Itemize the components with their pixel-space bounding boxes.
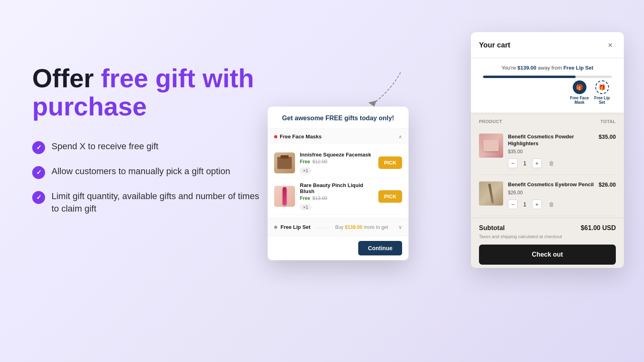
- feature-item-1: Spend X to receive free gift: [32, 140, 266, 154]
- milestone-lip-set: 🎁 Free Lip Set: [592, 80, 612, 105]
- cart-item-1-qty: 1: [521, 160, 529, 167]
- gift-orig-price-1: $12.00: [312, 159, 327, 165]
- gift-section-header[interactable]: Free Face Masks ∧: [268, 129, 409, 144]
- cart-item-1: Benefit Cosmetics Powder Highlighters $3…: [479, 127, 616, 175]
- feature-list: Spend X to receive free gift Allow custo…: [32, 140, 266, 215]
- gift-qty-badge-1: ×1: [300, 167, 312, 174]
- chevron-up-icon: ∧: [398, 134, 402, 140]
- cart-column-headers: PRODUCT TOTAL: [471, 116, 624, 127]
- milestone-face-mask: 🎁 Free Face Mask: [567, 80, 592, 105]
- gift-popup: Get awesome FREE gifts today only! Free …: [268, 107, 409, 260]
- cart-close-button[interactable]: ×: [605, 39, 616, 51]
- progress-text: You're $139.00 away from Free Lip Set: [479, 65, 616, 71]
- cart-item-2-details: Benefit Cosmetics Eyebrow Pencil $26.00 …: [508, 181, 594, 209]
- continue-button[interactable]: Continue: [358, 241, 402, 255]
- free-lip-more-text: Buy $139.00 more to get: [335, 224, 388, 230]
- progress-gift-name: Free Lip Set: [564, 65, 593, 71]
- gift-item-blush-price: Free $13.00: [300, 195, 374, 201]
- cart-item-2-controls: − 1 + 🗑: [508, 200, 594, 209]
- pick-button-blush[interactable]: PICK: [378, 190, 402, 203]
- gift-popup-footer: Continue: [268, 236, 409, 260]
- column-product: PRODUCT: [479, 119, 502, 124]
- gift-free-label-2: Free: [300, 195, 310, 201]
- cart-item-1-image: [479, 134, 503, 158]
- cart-item-1-decrement[interactable]: −: [508, 158, 518, 168]
- cart-item-2: Benefit Cosmetics Eyebrow Pencil $26.00 …: [479, 175, 616, 216]
- cart-items-list: Benefit Cosmetics Powder Highlighters $3…: [471, 127, 624, 216]
- gift-items-list: Innisfree Squeeze Facemask Free $12.00 ×…: [268, 144, 409, 218]
- cart-item-2-decrement[interactable]: −: [508, 200, 518, 209]
- cart-item-1-details: Benefit Cosmetics Powder Highlighters $3…: [508, 134, 594, 168]
- free-lip-set-section: Free Lip Set - - - - - - Buy $139.00 mor…: [268, 218, 409, 236]
- gift-item-blush-image: [274, 186, 295, 207]
- progress-milestones: 🎁 Free Face Mask 🎁 Free Lip Set: [483, 80, 612, 105]
- check-icon-2: [32, 166, 45, 179]
- check-icon-3: [32, 191, 45, 204]
- gift-section-title: Free Face Masks: [274, 134, 322, 140]
- taxes-note: Taxes and shipping calculated at checkou…: [479, 234, 616, 239]
- gift-orig-price-2: $13.00: [312, 195, 327, 201]
- milestone-face-mask-label: Free Face Mask: [567, 96, 592, 105]
- cart-item-2-name: Benefit Cosmetics Eyebrow Pencil: [508, 181, 594, 188]
- active-dot-icon: [274, 135, 277, 138]
- feature-text-1: Spend X to receive free gift: [52, 140, 158, 153]
- gift-item-blush-info: Rare Beauty Pinch Liquid Blush Free $13.…: [300, 182, 374, 210]
- checkout-button[interactable]: Check out: [479, 245, 616, 265]
- gift-section-label: Free Face Masks: [280, 134, 322, 140]
- column-total: TOTAL: [601, 119, 616, 124]
- milestone-lip-set-icon: 🎁: [595, 80, 609, 94]
- cart-item-2-image: [479, 181, 503, 206]
- cart-item-1-controls: − 1 + 🗑: [508, 158, 594, 168]
- headline: Offer free gift with purchase: [32, 64, 266, 121]
- headline-part1: Offer: [32, 64, 101, 93]
- cart-item-1-name: Benefit Cosmetics Powder Highlighters: [508, 134, 594, 147]
- subtotal-value: $61.00 USD: [581, 224, 616, 232]
- subtotal-row: Subtotal $61.00 USD: [479, 224, 616, 232]
- locked-dot-icon: [274, 226, 277, 229]
- gift-item-facemask-image: [274, 152, 295, 173]
- cart-item-1-delete[interactable]: 🗑: [547, 158, 556, 168]
- gift-item-facemask: Innisfree Squeeze Facemask Free $12.00 ×…: [274, 148, 402, 178]
- progress-bar-track: [483, 76, 612, 78]
- cart-item-2-total: $26.00: [599, 181, 616, 209]
- cart-item-2-delete[interactable]: 🗑: [547, 200, 556, 209]
- gift-item-facemask-price: Free $12.00: [300, 159, 374, 165]
- milestone-lip-set-label: Free Lip Set: [592, 96, 612, 105]
- gift-qty-badge-2: ×1: [300, 204, 312, 210]
- gift-free-label-1: Free: [300, 159, 310, 165]
- cart-item-1-increment[interactable]: +: [532, 158, 542, 168]
- dashed-arrow: [360, 68, 409, 109]
- svg-marker-0: [368, 101, 376, 107]
- gift-item-facemask-name: Innisfree Squeeze Facemask: [300, 152, 374, 158]
- free-lip-left: Free Lip Set - - - - - - Buy $139.00 mor…: [274, 224, 388, 230]
- cart-item-2-price: $26.00: [508, 190, 594, 195]
- check-icon-1: [32, 141, 45, 154]
- feature-item-3: Limit gift quantity, available gifts and…: [32, 190, 266, 215]
- cart-item-1-total: $35.00: [599, 134, 616, 168]
- cart-item-1-price: $35.00: [508, 149, 594, 154]
- feature-text-2: Allow customers to manually pick a gift …: [52, 165, 230, 178]
- cart-panel: Your cart × You're $139.00 away from Fre…: [471, 32, 624, 268]
- chevron-down-icon: ∨: [398, 224, 402, 230]
- cart-subtotal-section: Subtotal $61.00 USD Taxes and shipping c…: [471, 218, 624, 268]
- cart-header: Your cart ×: [471, 32, 624, 58]
- gift-popup-title: Get awesome FREE gifts today only!: [276, 115, 400, 122]
- hero-section: Offer free gift with purchase Spend X to…: [32, 64, 266, 215]
- progress-amount: $139.00: [517, 65, 536, 71]
- gift-item-blush-name: Rare Beauty Pinch Liquid Blush: [300, 182, 374, 194]
- cart-title: Your cart: [479, 41, 510, 49]
- feature-text-3: Limit gift quantity, available gifts and…: [52, 190, 266, 215]
- pick-button-facemask[interactable]: PICK: [378, 156, 402, 169]
- progress-suffix: away from: [536, 65, 563, 71]
- cart-item-2-qty: 1: [521, 201, 529, 208]
- gift-item-facemask-info: Innisfree Squeeze Facemask Free $12.00 ×…: [300, 152, 374, 174]
- gift-popup-header: Get awesome FREE gifts today only!: [268, 107, 409, 128]
- milestone-face-mask-icon: 🎁: [573, 80, 586, 94]
- free-lip-set-title: Free Lip Set: [281, 224, 310, 230]
- cart-progress-section: You're $139.00 away from Free Lip Set 🎁 …: [471, 58, 624, 113]
- feature-item-2: Allow customers to manually pick a gift …: [32, 165, 266, 179]
- gift-item-blush: Rare Beauty Pinch Liquid Blush Free $13.…: [274, 178, 402, 215]
- cart-item-2-increment[interactable]: +: [532, 200, 542, 209]
- progress-bar-fill: [483, 76, 576, 78]
- gift-face-masks-section: Free Face Masks ∧ Innisfree Squeeze Face…: [268, 128, 409, 218]
